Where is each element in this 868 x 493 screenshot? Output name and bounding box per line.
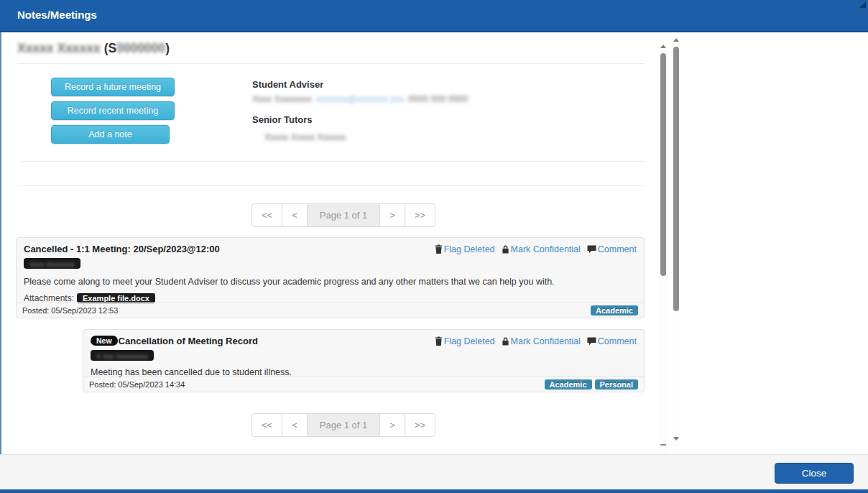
modal-left-edge bbox=[0, 32, 1, 489]
lock-icon bbox=[502, 336, 509, 348]
outer-scrollbar[interactable] bbox=[671, 34, 681, 447]
reply-card-actions: Flag Deleted Mark Confidential Comment bbox=[428, 336, 637, 347]
flag-deleted-link[interactable]: Flag Deleted bbox=[444, 244, 495, 254]
tag-badge-academic: Academic bbox=[545, 379, 592, 390]
meeting-body-text: Please come along to meet your Student A… bbox=[17, 269, 644, 287]
pagination-prev-button[interactable]: < bbox=[282, 413, 308, 437]
adviser-details: Xxxx Xxxxxxxxxxxxxxx@xxxxxxx.xxx0000 000… bbox=[252, 94, 473, 104]
comment-link[interactable]: Comment bbox=[598, 244, 637, 254]
pagination-prev-button[interactable]: < bbox=[282, 203, 308, 227]
divider bbox=[17, 63, 645, 64]
reply-title: NewCancellation of Meeting Record bbox=[91, 336, 258, 346]
pagination-next-button[interactable]: > bbox=[379, 413, 405, 437]
pagination-first-button[interactable]: << bbox=[251, 413, 282, 437]
modal-header: Notes/Meetings bbox=[0, 0, 868, 32]
notes-meetings-modal: Notes/Meetings Xxxxx Xxxxxx (S0000000) R… bbox=[0, 0, 868, 493]
meeting-card: Cancelled - 1:1 Meeting: 20/Sep/2023@12:… bbox=[16, 237, 645, 318]
posted-row: Posted: 05/Sep/2023 12:53 Academic bbox=[17, 302, 644, 318]
mark-confidential-link[interactable]: Mark Confidential bbox=[511, 336, 581, 346]
redacted-adviser-phone: 0000 000 0000 bbox=[408, 94, 468, 104]
meeting-card-actions: Flag Deleted Mark Confidential Comment bbox=[428, 244, 637, 255]
flag-deleted-link[interactable]: Flag Deleted bbox=[444, 336, 495, 346]
tag-badge-personal: Personal bbox=[595, 379, 638, 390]
resize-corner-icon[interactable] bbox=[859, 1, 866, 8]
add-note-button[interactable]: Add a note bbox=[51, 125, 170, 144]
redacted-senior-tutor-name: Xxxxx Xxxxx Xxxxxx bbox=[264, 132, 346, 142]
tag-badges: Academic Personal bbox=[542, 379, 638, 390]
lock-icon bbox=[502, 244, 509, 256]
redacted-adviser-email-link[interactable]: xxxxxxx@xxxxxxx.xxx bbox=[316, 94, 404, 104]
comment-icon bbox=[587, 245, 596, 256]
tag-badges: Academic bbox=[588, 305, 638, 315]
reply-body-text: Meeting has been cancelled due to studen… bbox=[83, 361, 644, 377]
redacted-author-badge: Xxxx Xxxxxxxx bbox=[24, 258, 80, 269]
record-future-meeting-button[interactable]: Record a future meeting bbox=[51, 78, 175, 96]
posted-timestamp: Posted: 05/Sep/2023 12:53 bbox=[22, 306, 118, 315]
pagination-first-button[interactable]: << bbox=[251, 203, 282, 227]
attachments-row: Attachments:Example file.docx bbox=[17, 287, 644, 303]
student-heading: Xxxxx Xxxxxx (S0000000) bbox=[17, 41, 170, 56]
scroll-up-arrow[interactable] bbox=[673, 38, 679, 42]
pagination-last-button[interactable]: >> bbox=[405, 203, 435, 227]
page-background-strip bbox=[0, 489, 868, 493]
posted-timestamp: Posted: 05/Sep/2023 14:34 bbox=[89, 380, 185, 389]
comment-link[interactable]: Comment bbox=[598, 336, 637, 346]
inner-scrollbar[interactable] bbox=[658, 36, 668, 454]
redacted-student-name: Xxxxx Xxxxxx bbox=[17, 41, 101, 55]
outer-scrollbar-thumb[interactable] bbox=[673, 47, 679, 311]
senior-tutors-label: Senior Tutors bbox=[252, 114, 473, 125]
comment-icon bbox=[587, 337, 596, 348]
inner-scrollbar-thumb[interactable] bbox=[660, 53, 666, 276]
posted-row: Posted: 05/Sep/2023 14:34 Academic Perso… bbox=[83, 376, 644, 392]
meeting-card-header: Cancelled - 1:1 Meeting: 20/Sep/2023@12:… bbox=[17, 238, 644, 255]
pagination-last-button[interactable]: >> bbox=[405, 413, 435, 437]
pagination-top: << < Page 1 of 1 > >> bbox=[251, 203, 435, 227]
scroll-down-arrow[interactable] bbox=[673, 437, 679, 441]
redacted-student-id: 0000000 bbox=[116, 41, 165, 55]
redacted-adviser-name: Xxxx Xxxxxxxx bbox=[252, 94, 312, 104]
scroll-down-arrow[interactable] bbox=[660, 444, 666, 446]
trash-icon bbox=[435, 244, 443, 256]
senior-tutor-details: Xxxxx Xxxxx Xxxxxx bbox=[264, 132, 473, 142]
student-id-suffix: ) bbox=[165, 41, 170, 55]
new-badge: New bbox=[91, 336, 118, 346]
reply-card-header: NewCancellation of Meeting Record Flag D… bbox=[83, 330, 644, 347]
record-recent-meeting-button[interactable]: Record recent meeting bbox=[51, 101, 175, 120]
student-adviser-label: Student Adviser bbox=[252, 79, 473, 90]
modal-footer: Close bbox=[0, 454, 868, 489]
page-title: Notes/Meetings bbox=[17, 9, 97, 21]
tag-badge-academic: Academic bbox=[591, 305, 638, 315]
divider bbox=[20, 161, 645, 162]
divider bbox=[20, 185, 645, 186]
advisers-section: Student Adviser Xxxx Xxxxxxxxxxxxxxx@xxx… bbox=[252, 79, 473, 142]
pagination-next-button[interactable]: > bbox=[379, 203, 405, 227]
scroll-up-arrow[interactable] bbox=[660, 45, 666, 48]
close-button[interactable]: Close bbox=[775, 463, 854, 484]
trash-icon bbox=[435, 336, 443, 348]
action-buttons: Record a future meeting Record recent me… bbox=[51, 78, 175, 149]
mark-confidential-link[interactable]: Mark Confidential bbox=[511, 244, 581, 254]
meeting-title: Cancelled - 1:1 Meeting: 20/Sep/2023@12:… bbox=[24, 244, 220, 254]
pagination-page-label: Page 1 of 1 bbox=[307, 413, 381, 437]
student-id-prefix: (S bbox=[104, 41, 117, 55]
pagination-page-label: Page 1 of 1 bbox=[307, 203, 381, 227]
redacted-author-badge: X Xxx Xxxxxxxxx bbox=[91, 350, 154, 361]
pagination-bottom: << < Page 1 of 1 > >> bbox=[251, 413, 435, 437]
reply-card: NewCancellation of Meeting Record Flag D… bbox=[83, 329, 645, 392]
